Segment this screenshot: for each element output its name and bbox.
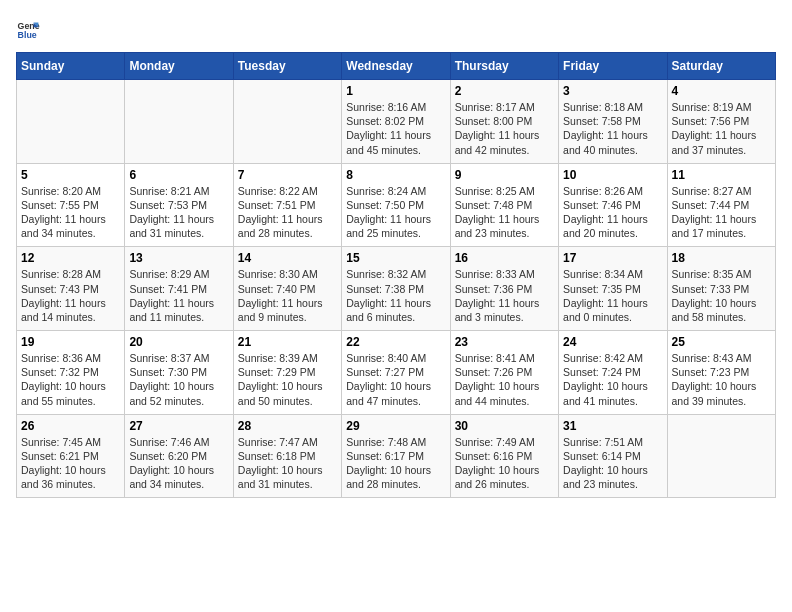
day-number: 4	[672, 84, 771, 98]
calendar-cell: 4Sunrise: 8:19 AM Sunset: 7:56 PM Daylig…	[667, 80, 775, 164]
day-number: 16	[455, 251, 554, 265]
day-info: Sunrise: 7:49 AM Sunset: 6:16 PM Dayligh…	[455, 435, 554, 492]
calendar-cell	[667, 414, 775, 498]
day-info: Sunrise: 8:40 AM Sunset: 7:27 PM Dayligh…	[346, 351, 445, 408]
calendar-week-row: 19Sunrise: 8:36 AM Sunset: 7:32 PM Dayli…	[17, 331, 776, 415]
calendar-cell: 13Sunrise: 8:29 AM Sunset: 7:41 PM Dayli…	[125, 247, 233, 331]
calendar-cell: 20Sunrise: 8:37 AM Sunset: 7:30 PM Dayli…	[125, 331, 233, 415]
day-info: Sunrise: 8:26 AM Sunset: 7:46 PM Dayligh…	[563, 184, 662, 241]
calendar-cell: 5Sunrise: 8:20 AM Sunset: 7:55 PM Daylig…	[17, 163, 125, 247]
calendar-cell: 18Sunrise: 8:35 AM Sunset: 7:33 PM Dayli…	[667, 247, 775, 331]
calendar-cell: 9Sunrise: 8:25 AM Sunset: 7:48 PM Daylig…	[450, 163, 558, 247]
day-info: Sunrise: 8:25 AM Sunset: 7:48 PM Dayligh…	[455, 184, 554, 241]
calendar-cell: 26Sunrise: 7:45 AM Sunset: 6:21 PM Dayli…	[17, 414, 125, 498]
day-info: Sunrise: 8:17 AM Sunset: 8:00 PM Dayligh…	[455, 100, 554, 157]
day-number: 30	[455, 419, 554, 433]
day-number: 1	[346, 84, 445, 98]
day-info: Sunrise: 8:43 AM Sunset: 7:23 PM Dayligh…	[672, 351, 771, 408]
day-number: 7	[238, 168, 337, 182]
day-number: 20	[129, 335, 228, 349]
calendar-cell: 23Sunrise: 8:41 AM Sunset: 7:26 PM Dayli…	[450, 331, 558, 415]
day-number: 17	[563, 251, 662, 265]
calendar-cell: 29Sunrise: 7:48 AM Sunset: 6:17 PM Dayli…	[342, 414, 450, 498]
day-header-saturday: Saturday	[667, 53, 775, 80]
calendar-cell: 14Sunrise: 8:30 AM Sunset: 7:40 PM Dayli…	[233, 247, 341, 331]
day-info: Sunrise: 8:33 AM Sunset: 7:36 PM Dayligh…	[455, 267, 554, 324]
day-number: 8	[346, 168, 445, 182]
day-number: 22	[346, 335, 445, 349]
calendar-cell: 25Sunrise: 8:43 AM Sunset: 7:23 PM Dayli…	[667, 331, 775, 415]
calendar-cell: 1Sunrise: 8:16 AM Sunset: 8:02 PM Daylig…	[342, 80, 450, 164]
day-number: 11	[672, 168, 771, 182]
calendar-week-row: 26Sunrise: 7:45 AM Sunset: 6:21 PM Dayli…	[17, 414, 776, 498]
calendar-cell: 11Sunrise: 8:27 AM Sunset: 7:44 PM Dayli…	[667, 163, 775, 247]
day-info: Sunrise: 7:51 AM Sunset: 6:14 PM Dayligh…	[563, 435, 662, 492]
day-number: 26	[21, 419, 120, 433]
day-number: 19	[21, 335, 120, 349]
day-number: 28	[238, 419, 337, 433]
calendar-cell: 27Sunrise: 7:46 AM Sunset: 6:20 PM Dayli…	[125, 414, 233, 498]
calendar-cell: 16Sunrise: 8:33 AM Sunset: 7:36 PM Dayli…	[450, 247, 558, 331]
calendar-cell: 8Sunrise: 8:24 AM Sunset: 7:50 PM Daylig…	[342, 163, 450, 247]
calendar-cell: 30Sunrise: 7:49 AM Sunset: 6:16 PM Dayli…	[450, 414, 558, 498]
day-info: Sunrise: 7:46 AM Sunset: 6:20 PM Dayligh…	[129, 435, 228, 492]
day-number: 6	[129, 168, 228, 182]
calendar-cell: 24Sunrise: 8:42 AM Sunset: 7:24 PM Dayli…	[559, 331, 667, 415]
day-number: 21	[238, 335, 337, 349]
calendar-cell: 2Sunrise: 8:17 AM Sunset: 8:00 PM Daylig…	[450, 80, 558, 164]
calendar-cell: 12Sunrise: 8:28 AM Sunset: 7:43 PM Dayli…	[17, 247, 125, 331]
calendar-cell	[125, 80, 233, 164]
day-info: Sunrise: 8:20 AM Sunset: 7:55 PM Dayligh…	[21, 184, 120, 241]
day-header-friday: Friday	[559, 53, 667, 80]
svg-text:Blue: Blue	[18, 30, 37, 40]
day-info: Sunrise: 8:27 AM Sunset: 7:44 PM Dayligh…	[672, 184, 771, 241]
day-number: 14	[238, 251, 337, 265]
day-number: 12	[21, 251, 120, 265]
calendar-cell: 31Sunrise: 7:51 AM Sunset: 6:14 PM Dayli…	[559, 414, 667, 498]
day-number: 3	[563, 84, 662, 98]
day-number: 27	[129, 419, 228, 433]
day-info: Sunrise: 8:39 AM Sunset: 7:29 PM Dayligh…	[238, 351, 337, 408]
day-number: 29	[346, 419, 445, 433]
calendar-week-row: 1Sunrise: 8:16 AM Sunset: 8:02 PM Daylig…	[17, 80, 776, 164]
day-info: Sunrise: 8:36 AM Sunset: 7:32 PM Dayligh…	[21, 351, 120, 408]
calendar-cell: 3Sunrise: 8:18 AM Sunset: 7:58 PM Daylig…	[559, 80, 667, 164]
page-header: General Blue	[16, 16, 776, 40]
day-number: 18	[672, 251, 771, 265]
calendar-cell: 15Sunrise: 8:32 AM Sunset: 7:38 PM Dayli…	[342, 247, 450, 331]
day-info: Sunrise: 8:41 AM Sunset: 7:26 PM Dayligh…	[455, 351, 554, 408]
calendar-cell: 17Sunrise: 8:34 AM Sunset: 7:35 PM Dayli…	[559, 247, 667, 331]
day-header-monday: Monday	[125, 53, 233, 80]
day-info: Sunrise: 8:29 AM Sunset: 7:41 PM Dayligh…	[129, 267, 228, 324]
day-number: 24	[563, 335, 662, 349]
day-info: Sunrise: 7:47 AM Sunset: 6:18 PM Dayligh…	[238, 435, 337, 492]
calendar-cell: 28Sunrise: 7:47 AM Sunset: 6:18 PM Dayli…	[233, 414, 341, 498]
day-info: Sunrise: 7:45 AM Sunset: 6:21 PM Dayligh…	[21, 435, 120, 492]
day-header-thursday: Thursday	[450, 53, 558, 80]
day-number: 10	[563, 168, 662, 182]
calendar-week-row: 12Sunrise: 8:28 AM Sunset: 7:43 PM Dayli…	[17, 247, 776, 331]
calendar-table: SundayMondayTuesdayWednesdayThursdayFrid…	[16, 52, 776, 498]
day-info: Sunrise: 8:28 AM Sunset: 7:43 PM Dayligh…	[21, 267, 120, 324]
calendar-week-row: 5Sunrise: 8:20 AM Sunset: 7:55 PM Daylig…	[17, 163, 776, 247]
day-number: 5	[21, 168, 120, 182]
day-info: Sunrise: 8:16 AM Sunset: 8:02 PM Dayligh…	[346, 100, 445, 157]
day-number: 23	[455, 335, 554, 349]
day-number: 13	[129, 251, 228, 265]
day-header-tuesday: Tuesday	[233, 53, 341, 80]
day-info: Sunrise: 7:48 AM Sunset: 6:17 PM Dayligh…	[346, 435, 445, 492]
calendar-cell	[233, 80, 341, 164]
day-info: Sunrise: 8:34 AM Sunset: 7:35 PM Dayligh…	[563, 267, 662, 324]
day-info: Sunrise: 8:42 AM Sunset: 7:24 PM Dayligh…	[563, 351, 662, 408]
day-number: 15	[346, 251, 445, 265]
day-info: Sunrise: 8:21 AM Sunset: 7:53 PM Dayligh…	[129, 184, 228, 241]
day-number: 25	[672, 335, 771, 349]
logo-icon: General Blue	[16, 16, 40, 40]
calendar-cell: 21Sunrise: 8:39 AM Sunset: 7:29 PM Dayli…	[233, 331, 341, 415]
day-info: Sunrise: 8:37 AM Sunset: 7:30 PM Dayligh…	[129, 351, 228, 408]
day-info: Sunrise: 8:24 AM Sunset: 7:50 PM Dayligh…	[346, 184, 445, 241]
calendar-cell: 19Sunrise: 8:36 AM Sunset: 7:32 PM Dayli…	[17, 331, 125, 415]
day-number: 2	[455, 84, 554, 98]
day-header-sunday: Sunday	[17, 53, 125, 80]
day-info: Sunrise: 8:30 AM Sunset: 7:40 PM Dayligh…	[238, 267, 337, 324]
